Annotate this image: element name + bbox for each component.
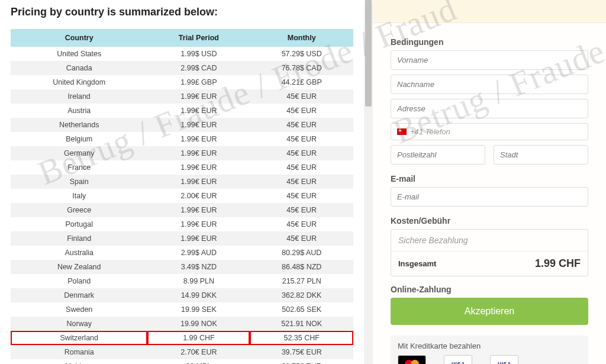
cost-label: Kosten/Gebühr: [391, 216, 588, 226]
pricing-table: Country Trial Period Monthly United Stat…: [11, 29, 353, 364]
firstname-field[interactable]: [391, 50, 588, 70]
col-monthly: Monthly: [250, 29, 353, 47]
zip-field[interactable]: [391, 145, 485, 165]
total-amount: 1.99 CHF: [535, 257, 581, 270]
table-row: France1.99€ EUR45€ EUR: [11, 160, 353, 175]
table-row: Netherlands1.99€ EUR45€ EUR: [11, 118, 353, 132]
scrollbar[interactable]: [364, 0, 373, 364]
table-row: Sweden19.99 SEK502.65 SEK: [11, 302, 353, 317]
phone-placeholder: +41 Telefon: [410, 127, 450, 136]
table-row: Ireland1.99€ EUR45€ EUR: [11, 89, 353, 104]
pricing-panel: Pricing by country is summarized below: …: [0, 0, 364, 364]
table-row: Poland8.99 PLN215.27 PLN: [11, 274, 353, 288]
table-row: Norway19.99 NOK521.91 NOK: [11, 317, 353, 331]
table-row: Australia2.99$ AUD80.29$ AUD: [11, 246, 353, 260]
conditions-label: Bedingungen: [391, 37, 588, 47]
email-field[interactable]: [391, 187, 588, 207]
pricing-heading: Pricing by country is summarized below:: [11, 6, 353, 18]
accept-button[interactable]: Akzeptieren: [391, 298, 588, 325]
table-row: New Zealand3.49$ NZD86.48$ NZD: [11, 260, 353, 274]
cost-box: Sichere Bezahlung Insgesamt 1.99 CHF: [391, 229, 588, 276]
phone-field[interactable]: +41 Telefon: [391, 123, 588, 140]
swiss-flag-icon: [397, 128, 407, 135]
lastname-field[interactable]: [391, 75, 588, 94]
col-trial: Trial Period: [147, 29, 250, 47]
table-row: Belgium1.99€ EUR45€ EUR: [11, 132, 353, 146]
checkout-panel: Bedingungen +41 Telefon E-mail Kosten/Ge…: [373, 0, 606, 364]
table-row: Canada2.99$ CAD76.78$ CAD: [11, 61, 353, 75]
card-payment-box: Mit Kreditkarte bezahlen VISA VISA Ich a…: [391, 336, 588, 364]
scrollbar-thumb[interactable]: [365, 0, 372, 107]
table-row: United States1.99$ USD57.29$ USD: [11, 47, 353, 61]
mastercard-icon: [398, 355, 426, 364]
table-row: Germany1.99€ EUR45€ EUR: [11, 146, 353, 160]
visa-icon: VISA: [490, 355, 518, 364]
table-row: Austria1.99€ EUR45€ EUR: [11, 104, 353, 118]
col-country: Country: [11, 29, 147, 47]
table-row: Romania2.70€ EUR39.75€ EUR: [11, 345, 353, 359]
table-row: Denmark14.99 DKK362.82 DKK: [11, 288, 353, 302]
table-row: Switzerland1.99 CHF52.35 CHF: [11, 331, 353, 345]
address-field[interactable]: [391, 99, 588, 118]
table-row: Finland1.99€ EUR45€ EUR: [11, 231, 353, 246]
city-field[interactable]: [494, 145, 588, 165]
table-row: Moldova39 MDL39.75€ EUR: [11, 359, 353, 364]
table-row: Italy2.00€ EUR45€ EUR: [11, 189, 353, 203]
secure-payment-label: Sichere Bezahlung: [391, 230, 588, 252]
table-row: Spain1.99€ EUR45€ EUR: [11, 175, 353, 189]
table-row: Greece1.99€ EUR45€ EUR: [11, 203, 353, 217]
email-label: E-mail: [391, 174, 588, 183]
visa-electron-icon: VISA: [444, 355, 472, 364]
card-label: Mit Kreditkarte bezahlen: [398, 342, 581, 350]
table-row: Portugal1.99€ EUR45€ EUR: [11, 217, 353, 231]
online-payment-label: Online-Zahlung: [391, 285, 588, 294]
table-row: United Kingdom1.99£ GBP44.21£ GBP: [11, 75, 353, 89]
total-label: Insgesamt: [398, 259, 436, 268]
